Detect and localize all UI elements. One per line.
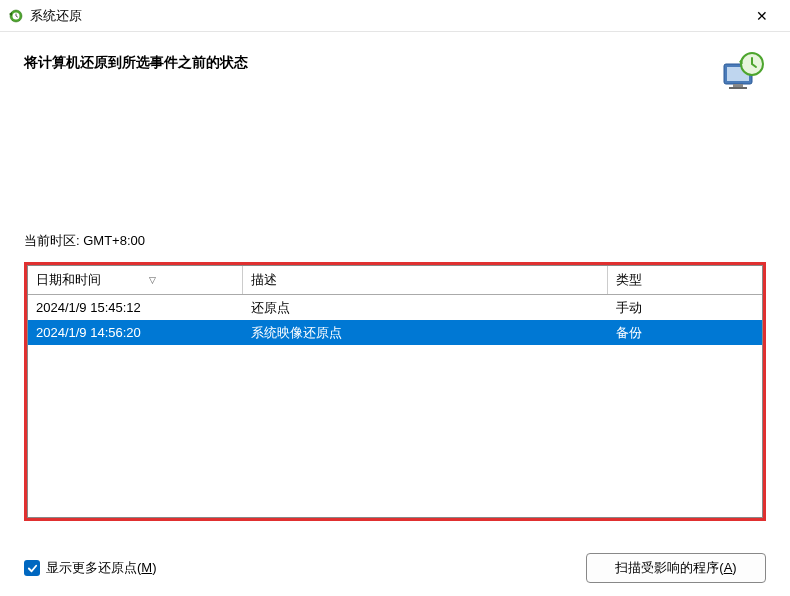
column-header-desc[interactable]: 描述 bbox=[243, 266, 608, 294]
footer-bar: 显示更多还原点(M) 扫描受影响的程序(A) bbox=[24, 552, 766, 584]
window-title: 系统还原 bbox=[30, 7, 742, 25]
system-restore-icon bbox=[718, 50, 766, 98]
timezone-label: 当前时区: GMT+8:00 bbox=[24, 232, 766, 250]
table-body: 2024/1/9 15:45:12还原点手动2024/1/9 14:56:20系… bbox=[28, 295, 762, 345]
sort-desc-icon: ▽ bbox=[149, 275, 156, 285]
cell-type: 备份 bbox=[608, 321, 762, 345]
table-row[interactable]: 2024/1/9 14:56:20系统映像还原点备份 bbox=[28, 320, 762, 345]
close-button[interactable]: ✕ bbox=[742, 2, 782, 30]
svg-rect-4 bbox=[733, 84, 743, 87]
scan-programs-button[interactable]: 扫描受影响的程序(A) bbox=[586, 553, 766, 583]
column-header-type-text: 类型 bbox=[616, 271, 642, 289]
column-header-date[interactable]: 日期和时间 ▽ bbox=[28, 266, 243, 294]
column-header-desc-text: 描述 bbox=[251, 271, 277, 289]
column-header-type[interactable]: 类型 bbox=[608, 266, 762, 294]
content-area: 当前时区: GMT+8:00 日期和时间 ▽ 描述 类型 2024/1/9 15… bbox=[0, 232, 790, 521]
label-post: ) bbox=[152, 560, 156, 575]
scan-label-post: ) bbox=[732, 560, 736, 575]
cell-desc: 系统映像还原点 bbox=[243, 321, 608, 345]
page-title: 将计算机还原到所选事件之前的状态 bbox=[24, 50, 248, 72]
cell-date: 2024/1/9 15:45:12 bbox=[28, 297, 243, 318]
titlebar: 系统还原 ✕ bbox=[0, 0, 790, 32]
show-more-label: 显示更多还原点(M) bbox=[46, 559, 157, 577]
table-row[interactable]: 2024/1/9 15:45:12还原点手动 bbox=[28, 295, 762, 320]
cell-desc: 还原点 bbox=[243, 296, 608, 320]
svg-rect-5 bbox=[729, 87, 747, 89]
cell-type: 手动 bbox=[608, 296, 762, 320]
show-more-checkbox[interactable]: 显示更多还原点(M) bbox=[24, 559, 157, 577]
cell-date: 2024/1/9 14:56:20 bbox=[28, 322, 243, 343]
header: 将计算机还原到所选事件之前的状态 bbox=[0, 32, 790, 108]
label-pre: 显示更多还原点( bbox=[46, 560, 141, 575]
table-header: 日期和时间 ▽ 描述 类型 bbox=[28, 266, 762, 295]
label-hotkey: M bbox=[141, 560, 152, 575]
table-highlight-frame: 日期和时间 ▽ 描述 类型 2024/1/9 15:45:12还原点手动2024… bbox=[24, 262, 766, 521]
restore-points-table: 日期和时间 ▽ 描述 类型 2024/1/9 15:45:12还原点手动2024… bbox=[27, 265, 763, 518]
scan-label-pre: 扫描受影响的程序( bbox=[615, 560, 723, 575]
restore-icon bbox=[8, 8, 24, 24]
checkbox-checked-icon bbox=[24, 560, 40, 576]
column-header-date-text: 日期和时间 bbox=[36, 271, 101, 289]
